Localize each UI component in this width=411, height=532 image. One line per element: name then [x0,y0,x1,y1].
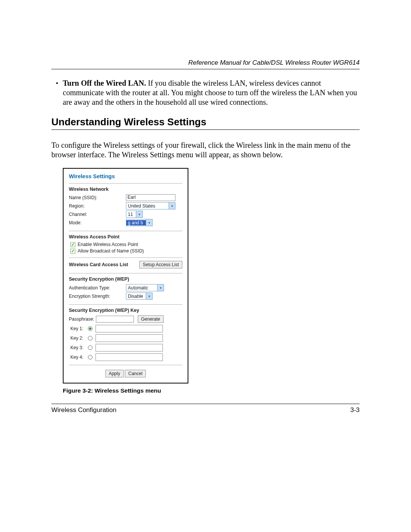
footer-left: Wireless Configuration [51,406,116,414]
region-label: Region: [69,203,126,209]
divider [69,231,182,231]
access-list-heading: Wireless Card Access List [69,262,128,267]
manual-title: Reference Manual for Cable/DSL Wireless … [51,59,360,67]
page-footer: Wireless Configuration 3-3 [51,406,360,414]
broadcast-ssid-label: Allow Broadcast of Name (SSID) [78,248,144,254]
apply-button[interactable]: Apply [105,370,124,377]
ssid-label: Name (SSID): [69,195,126,200]
passphrase-label: Passphrase: [69,316,94,322]
key1-input[interactable] [96,325,163,332]
chevron-down-icon: ▾ [169,203,175,209]
divider [69,304,182,305]
section-heading: Understanding Wireless Settings [51,116,360,128]
key3-input[interactable] [96,344,163,351]
mode-label: Mode: [69,220,126,225]
region-select[interactable]: United States ▾ [126,202,175,209]
bullet-marker: • [51,78,63,107]
divider [69,183,182,184]
document-page: Reference Manual for Cable/DSL Wireless … [0,0,411,532]
auth-type-label: Authentication Type: [69,285,126,291]
key2-input[interactable] [96,334,163,342]
panel-title: Wireless Settings [69,173,182,179]
wep-key-heading: Security Encryption (WEP) Key [69,308,182,313]
setup-access-list-button[interactable]: Setup Access List [139,261,182,268]
bullet-item: • Turn Off the Wired LAN. If you disable… [51,78,360,107]
footer-right: 3-3 [350,406,360,414]
channel-select[interactable]: 11 ▾ [126,211,143,218]
intro-paragraph: To configure the Wireless settings of yo… [51,141,360,160]
region-value: United States [126,203,169,209]
figure-caption: Figure 3-2: Wireless Settings menu [63,387,360,394]
footer-rule [51,404,360,404]
ssid-input[interactable]: Earl [126,194,175,201]
generate-button[interactable]: Generate [138,315,164,323]
channel-value: 11 [126,212,136,217]
channel-label: Channel: [69,212,126,217]
key3-label: Key 3: [70,345,88,350]
wireless-network-heading: Wireless Network [69,187,182,192]
access-point-heading: Wireless Access Point [69,234,182,240]
encryption-strength-value: Disable [126,294,146,299]
key1-radio[interactable] [88,326,92,331]
chevron-down-icon: ▾ [136,211,142,217]
encryption-strength-select[interactable]: Disable ▾ [126,292,153,300]
bullet-lead: Turn Off the Wired LAN. [63,79,146,87]
divider [69,257,182,258]
auth-type-select[interactable]: Automatic ▾ [126,284,164,291]
bullet-text: Turn Off the Wired LAN. If you disable t… [63,78,360,107]
section-rule [51,129,360,130]
chevron-down-icon: ▾ [146,293,152,299]
key2-label: Key 2: [70,335,88,341]
divider [69,365,182,365]
auth-type-value: Automatic [126,285,157,291]
encryption-strength-label: Encryption Strength: [69,294,126,299]
key4-radio[interactable] [88,355,92,359]
key4-label: Key 4: [70,355,88,360]
wireless-settings-panel: Wireless Settings Wireless Network Name … [63,168,188,383]
divider [69,273,182,273]
broadcast-ssid-checkbox[interactable]: ✓ [70,249,75,254]
cancel-button[interactable]: Cancel [125,370,146,377]
key2-radio[interactable] [88,336,92,340]
key3-radio[interactable] [88,345,92,350]
enable-ap-checkbox[interactable]: ✓ [70,242,75,247]
mode-select[interactable]: g and b ▾ [126,219,153,226]
enable-ap-label: Enable Wireless Access Point [78,242,138,247]
wep-heading: Security Encryption (WEP) [69,276,182,282]
passphrase-input[interactable] [96,316,134,323]
chevron-down-icon: ▾ [157,284,164,291]
chevron-down-icon: ▾ [146,219,152,226]
key1-label: Key 1: [70,326,88,331]
header-rule [51,69,360,69]
mode-value: g and b [126,220,146,225]
key4-input[interactable] [96,353,163,361]
